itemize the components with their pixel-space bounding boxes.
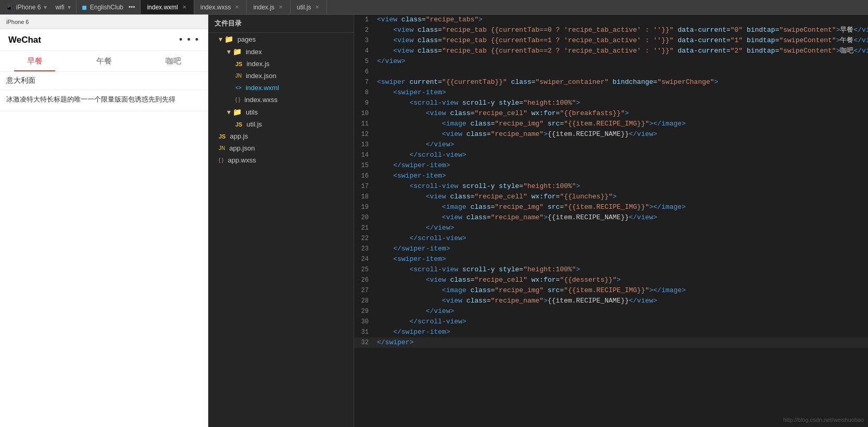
line-content[interactable]: <swiper-item> <box>375 254 868 265</box>
line-content[interactable]: <view class="recipe_name">{{item.RECIPE_… <box>375 212 868 223</box>
wechat-dots: • • • <box>179 34 199 45</box>
tree-item-pages[interactable]: ▾ 📁 pages <box>208 33 354 45</box>
line-number: 31 <box>354 327 375 337</box>
json-file-icon: JN <box>235 73 242 79</box>
line-content[interactable]: </scroll-view> <box>375 317 868 327</box>
code-line-4: 4 <view class="recipe_tab {{currentTab==… <box>354 46 868 56</box>
phone-status-bar: iPhone 6 <box>0 15 208 29</box>
line-content[interactable]: </view> <box>375 306 868 317</box>
line-content[interactable]: </view> <box>375 223 868 233</box>
line-number: 18 <box>354 192 375 202</box>
tab-cafe[interactable]: 咖吧 <box>139 51 208 71</box>
line-content[interactable]: </swiper> <box>375 337 868 348</box>
line-number: 2 <box>354 25 375 35</box>
tree-item-appjs[interactable]: JS app.js <box>208 130 354 142</box>
line-content[interactable]: </scroll-view> <box>375 150 868 160</box>
code-line-10: 10 <view class="recipe_cell" wx:for="{{b… <box>354 108 868 119</box>
tree-item-index[interactable]: ▾ 📁 index <box>208 45 354 58</box>
editor-tab-util.js[interactable]: util.js✕ <box>291 0 327 14</box>
phone-panel: iPhone 6 WeChat • • • 早餐 午餐 咖吧 意大利面 冰激凌特… <box>0 15 208 427</box>
tree-item-label: utils <box>246 108 258 116</box>
line-content[interactable]: <view class="recipe_tab {{currentTab==1 … <box>375 35 868 46</box>
line-content[interactable]: <image class="recipe_img" src="{{item.RE… <box>375 202 868 212</box>
line-content[interactable]: <image class="recipe_img" src="{{item.RE… <box>375 119 868 129</box>
line-content[interactable]: <scroll-view scroll-y style="height:100%… <box>375 98 868 108</box>
line-content[interactable]: <view class="recipe_tab {{currentTab==2 … <box>375 46 868 56</box>
line-number: 5 <box>354 56 375 67</box>
line-number: 3 <box>354 35 375 46</box>
line-number: 22 <box>354 233 375 244</box>
tree-item-utiljs[interactable]: JS util.js <box>208 118 354 130</box>
line-content[interactable]: <image class="recipe_img" src="{{item.RE… <box>375 285 868 296</box>
top-bar: 📱 iPhone 6 ▾ wifi ▾ ◼ EnglishClub ••• in… <box>0 0 868 15</box>
tab-close-icon[interactable]: ✕ <box>314 4 320 10</box>
line-content[interactable]: <view class="recipe_cell" wx:for="{{dess… <box>375 275 868 285</box>
recipe-name-2: 冰激凌特大特长标题的唯一一个限量版面包诱惑先到先得 <box>0 90 208 111</box>
tab-close-icon[interactable]: ✕ <box>278 4 284 10</box>
tree-item-label: pages <box>237 35 256 43</box>
line-content[interactable]: <scroll-view scroll-y style="height:100%… <box>375 181 868 192</box>
code-line-12: 12 <view class="recipe_name">{{item.RECI… <box>354 129 868 140</box>
tree-item-label: index.wxml <box>246 84 279 92</box>
line-number: 20 <box>354 212 375 223</box>
device-section[interactable]: 📱 iPhone 6 ▾ wifi ▾ <box>0 0 77 14</box>
tab-close-icon[interactable]: ✕ <box>234 4 240 10</box>
tree-item-label: index <box>246 48 262 56</box>
filetree-title: 文件目录 <box>215 19 242 28</box>
line-content[interactable]: <view class="recipe_name">{{item.RECIPE_… <box>375 296 868 306</box>
tree-item-utils[interactable]: ▾ 📁 utils <box>208 106 354 118</box>
tree-item-label: index.wxss <box>244 96 278 104</box>
code-line-31: 31 </swiper-item> <box>354 327 868 337</box>
line-content[interactable]: <scroll-view scroll-y style="height:100%… <box>375 265 868 275</box>
project-section[interactable]: ◼ EnglishClub ••• <box>77 0 141 14</box>
tab-close-icon[interactable]: ✕ <box>181 4 187 10</box>
line-content[interactable]: </swiper-item> <box>375 160 868 171</box>
tree-item-appjson[interactable]: JN app.json <box>208 142 354 154</box>
line-content[interactable]: </view> <box>375 140 868 150</box>
code-line-20: 20 <view class="recipe_name">{{item.RECI… <box>354 212 868 223</box>
tree-item-indexwxml[interactable]: <> index.wxml <box>208 82 354 94</box>
recipe-list: 意大利面 冰激凌特大特长标题的唯一一个限量版面包诱惑先到先得 <box>0 72 208 427</box>
line-content[interactable]: <swiper-item> <box>375 171 868 181</box>
line-content[interactable]: </swiper-item> <box>375 327 868 337</box>
line-content[interactable]: <view class="recipe_cell" wx:for="{{brea… <box>375 108 868 119</box>
code-line-32: 32</swiper> <box>354 337 868 348</box>
line-content[interactable]: <view class="recipe_name">{{item.RECIPE_… <box>375 129 868 140</box>
editor-tab-index.js[interactable]: index.js✕ <box>247 0 291 14</box>
tab-label: index.wxml <box>147 4 178 11</box>
editor-tab-index.wxml[interactable]: index.wxml✕ <box>141 0 194 14</box>
tree-item-indexjs[interactable]: JS index.js <box>208 58 354 70</box>
project-more[interactable]: ••• <box>129 4 135 11</box>
network-chevron: ▾ <box>68 4 71 11</box>
recipe-name-1: 意大利面 <box>0 72 208 90</box>
line-number: 15 <box>354 160 375 171</box>
line-number: 11 <box>354 119 375 129</box>
tab-breakfast[interactable]: 早餐 <box>0 51 69 71</box>
line-content[interactable]: </view> <box>375 56 868 67</box>
wechat-title: WeChat <box>8 35 41 45</box>
code-area[interactable]: 1<view class="recipe_tabs">2 <view class… <box>354 15 868 427</box>
line-content[interactable]: <view class="recipe_tab {{currentTab==0 … <box>375 25 868 35</box>
json-file-icon: JN <box>219 145 225 151</box>
editor-tab-index.wxss[interactable]: index.wxss✕ <box>194 0 247 14</box>
folder-icon: ▾ 📁 <box>227 108 242 116</box>
line-content[interactable]: <view class="recipe_cell" wx:for="{{lunc… <box>375 192 868 202</box>
folder-icon: ▾ 📁 <box>227 47 242 56</box>
code-line-27: 27 <image class="recipe_img" src="{{item… <box>354 285 868 296</box>
tree-item-appwxss[interactable]: { } app.wxss <box>208 154 354 166</box>
tab-lunch[interactable]: 午餐 <box>69 51 139 71</box>
line-number: 21 <box>354 223 375 233</box>
line-content[interactable]: <view class="recipe_tabs"> <box>375 15 868 25</box>
line-number: 30 <box>354 317 375 327</box>
tree-item-indexjson[interactable]: JN index.json <box>208 70 354 82</box>
tree-item-indexwxss[interactable]: { } index.wxss <box>208 94 354 106</box>
line-content[interactable]: <swiper current="{{currentTab}}" class="… <box>375 77 868 87</box>
line-content[interactable]: </scroll-view> <box>375 233 868 244</box>
code-line-8: 8 <swiper-item> <box>354 87 868 98</box>
code-line-24: 24 <swiper-item> <box>354 254 868 265</box>
line-content[interactable]: <swiper-item> <box>375 87 868 98</box>
line-content[interactable]: </swiper-item> <box>375 244 868 254</box>
main-area: iPhone 6 WeChat • • • 早餐 午餐 咖吧 意大利面 冰激凌特… <box>0 15 868 427</box>
line-number: 16 <box>354 171 375 181</box>
editor-tabs: index.wxml✕index.wxss✕index.js✕util.js✕ <box>141 0 868 14</box>
